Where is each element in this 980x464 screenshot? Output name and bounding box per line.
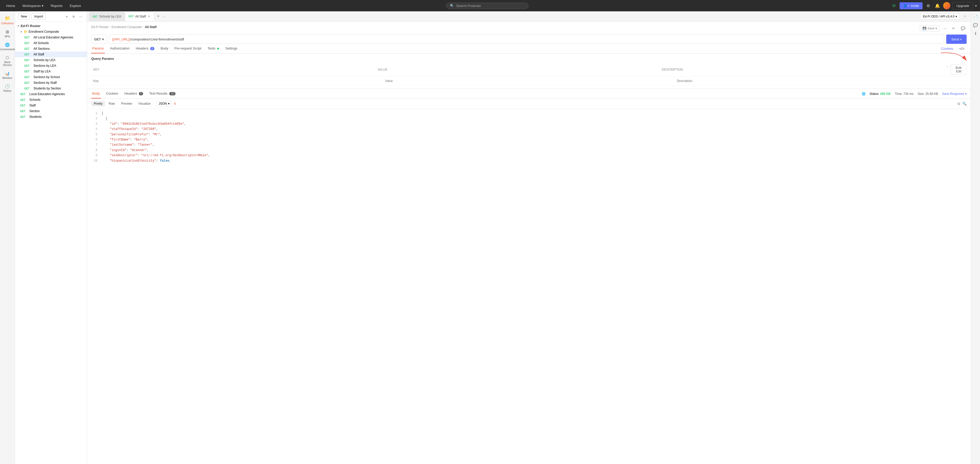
nav-home[interactable]: Home [3, 2, 18, 9]
list-item[interactable]: GET All Local Education Agencies [15, 35, 87, 40]
bell-icon[interactable]: 🔔 [934, 2, 941, 9]
list-item[interactable]: GET Sections by LEA [15, 63, 87, 69]
sidebar-item-mock-servers[interactable]: ⬡ Mock Servers [1, 53, 14, 69]
more-options-button[interactable]: ··· [78, 14, 84, 19]
sidebar-item-history[interactable]: 🕐 History [1, 82, 14, 94]
sidebar-item-collections[interactable]: 📁 Collections [1, 13, 14, 27]
avatar[interactable] [943, 2, 950, 9]
list-item-active[interactable]: GET All Staff [15, 51, 87, 57]
key-input[interactable] [93, 79, 381, 83]
list-item[interactable]: GET Section [15, 108, 87, 114]
search-box[interactable]: 🔍 Search Postman [446, 3, 528, 9]
desc-input[interactable] [677, 79, 964, 83]
cookies-link[interactable]: Cookies [941, 47, 953, 51]
close-tab-icon[interactable]: ✕ [147, 15, 151, 18]
bulk-edit-button[interactable]: Bulk Edit [951, 65, 967, 75]
list-item[interactable]: GET Schools [15, 97, 87, 103]
tab-pre-request[interactable]: Pre-request Script [173, 44, 202, 53]
list-item[interactable]: GET Sections by Staff [15, 80, 87, 86]
save-button[interactable]: 💾 Save ▾ [920, 25, 940, 32]
tab-more-options[interactable]: ··· [162, 14, 165, 19]
breadcrumb-part-2[interactable]: Enrollment Composite [111, 25, 142, 29]
environment-selector[interactable]: Ed-Fi ODS / API v3.4.0 ▾ [921, 13, 959, 19]
url-bar: GET ▾ {{API_URL}}/composites/v1/ed-fi/en… [91, 35, 967, 44]
list-item[interactable]: GET All Sections [15, 46, 87, 51]
bulk-options-icon[interactable]: ··· [946, 65, 948, 75]
tab-body[interactable]: Body [159, 44, 169, 53]
tab-all-staff[interactable]: GET All Staff ✕ [125, 12, 154, 21]
upgrade-button[interactable]: Upgrade [953, 2, 973, 10]
nav-reports[interactable]: Reports [48, 2, 66, 9]
breadcrumb-part-1[interactable]: Ed-Fi Roster [91, 25, 108, 29]
format-tab-preview[interactable]: Preview [119, 101, 135, 107]
format-type-selector[interactable]: JSON ▾ [156, 101, 172, 107]
list-item[interactable]: GET Sections by School [15, 74, 87, 80]
format-tab-raw[interactable]: Raw [106, 101, 118, 107]
url-input[interactable]: {{API_URL}}/composites/v1/ed-fi/enrollme… [109, 35, 944, 44]
list-item[interactable]: GET All Schools [15, 40, 87, 46]
settings-icon[interactable]: ⚙ [924, 2, 932, 9]
filter-icon[interactable]: ≡ [174, 102, 176, 106]
nav-workspaces[interactable]: Workspaces▾ [19, 2, 47, 9]
copy-icon[interactable]: ⧉ [958, 102, 960, 106]
collection-edfi-roster[interactable]: ▼ Ed-Fi Roster [15, 23, 87, 29]
new-button[interactable]: New [18, 13, 30, 19]
folder-enrollment-composite[interactable]: ▼ 📁 Enrollment Composite [15, 29, 87, 35]
right-comment-icon[interactable]: 💬 [972, 22, 979, 29]
response-tab-cookies[interactable]: Cookies [105, 89, 119, 99]
search-response-icon[interactable]: 🔍 [962, 102, 967, 106]
item-label: Sections by Staff [33, 81, 57, 85]
format-tab-visualize[interactable]: Visualize [136, 101, 153, 107]
sidebar-item-monitors[interactable]: 📊 Monitors [1, 69, 14, 81]
tab-authorization[interactable]: Authorization [109, 44, 130, 53]
list-item[interactable]: GET Students [15, 114, 87, 120]
add-tab-button[interactable]: + [155, 14, 162, 19]
col-actions-header: ··· Bulk Edit [946, 65, 967, 75]
import-button[interactable]: Import [32, 13, 46, 19]
value-cell[interactable] [383, 78, 675, 84]
sidebar-item-environments[interactable]: 🌐 Environments [1, 40, 14, 53]
save-dropdown-icon[interactable]: ▾ [935, 27, 937, 30]
filter-button[interactable]: ≡ [71, 14, 76, 19]
list-item[interactable]: GET Local Education Agencies [15, 91, 87, 97]
desc-cell[interactable] [675, 78, 967, 84]
format-tab-pretty[interactable]: Pretty [91, 101, 105, 107]
send-button[interactable]: Send ▾ [946, 35, 967, 44]
nav-explore[interactable]: Explore [67, 2, 84, 9]
invite-button[interactable]: 👤+ Invite [900, 2, 923, 9]
method-badge: GET [92, 15, 98, 18]
eye-icon[interactable]: 👁 [961, 13, 969, 20]
edit-icon[interactable]: ✏ [950, 25, 957, 32]
sidebar-item-apis[interactable]: ⊞ APIs [1, 27, 14, 40]
item-label: Local Education Agencies [29, 92, 65, 96]
tab-settings[interactable]: Settings [224, 44, 239, 53]
save-response-button[interactable]: Save Response ▾ [942, 92, 967, 96]
list-item[interactable]: GET Students by Section [15, 86, 87, 91]
list-item[interactable]: GET Schools by LEA [15, 57, 87, 63]
key-cell[interactable] [91, 78, 383, 84]
add-collection-button[interactable]: + [64, 14, 69, 19]
code-snippet-icon[interactable]: </> [957, 47, 967, 51]
method-selector[interactable]: GET ▾ [91, 35, 107, 44]
right-docs-icon[interactable]: 📄 [972, 13, 979, 21]
params-table: Query Params KEY VALUE DESCRIPTION ··· B… [87, 54, 971, 89]
tab-tests[interactable]: Tests [207, 44, 220, 53]
list-item[interactable]: GET Staff [15, 103, 87, 108]
response-tab-body[interactable]: Body [91, 89, 101, 99]
tab-params[interactable]: Params [91, 44, 105, 53]
response-tab-headers[interactable]: Headers 6 [123, 89, 144, 99]
comment-icon[interactable]: 💬 [959, 25, 967, 32]
more-options-button[interactable]: ··· [942, 26, 948, 31]
sync-icon[interactable]: ⟳ [890, 2, 897, 9]
status-badge: Status: 200 OK [870, 92, 891, 96]
method-badge: GET [20, 115, 27, 118]
value-input[interactable] [385, 79, 673, 83]
item-label: Staff [29, 104, 35, 107]
right-info-icon[interactable]: ℹ [972, 30, 979, 37]
dropdown-arrow-icon[interactable]: ▾ [975, 4, 977, 8]
tab-schools-by-lea[interactable]: GET Schools by LEA [89, 12, 124, 21]
list-item[interactable]: GET Staff by LEA [15, 69, 87, 74]
response-tab-test-results[interactable]: Test Results 2/2 [148, 89, 177, 99]
tab-headers[interactable]: Headers 6 [135, 44, 155, 53]
item-label: Schools by LEA [33, 58, 56, 62]
